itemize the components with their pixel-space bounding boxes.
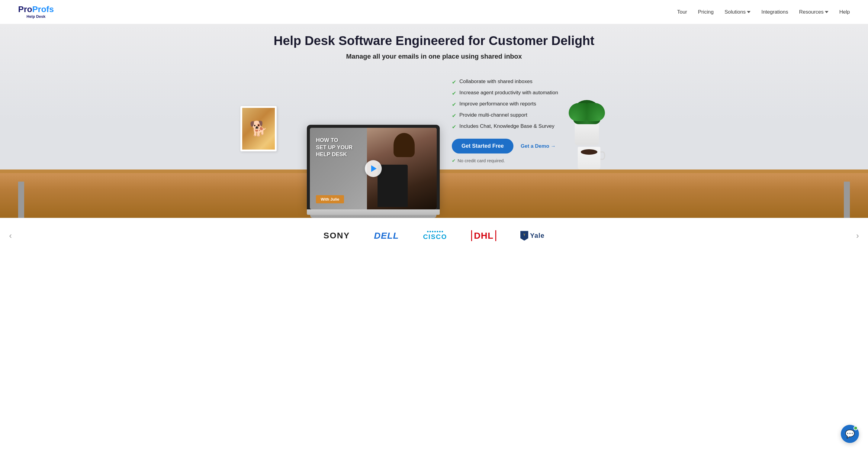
yale-shield-letter: Y [523, 233, 526, 237]
cisco-dot [434, 231, 436, 232]
feature-text: Improve performance with reports [459, 101, 536, 107]
laptop-screen: HOW TO SET UP YOUR HELP DESK With Julie [310, 128, 437, 209]
brand-dhl: DHL [471, 230, 496, 241]
feature-text: Collaborate with shared inboxes [459, 79, 532, 85]
laptop-foot [310, 215, 436, 218]
person-body [377, 165, 408, 207]
brand-dell: DELL [374, 231, 399, 241]
coffee-mug-wrap [578, 147, 600, 170]
cisco-dot [439, 231, 441, 232]
cta-row: Get Started Free Get a Demo → [452, 139, 558, 153]
check-icon: ✔ [452, 79, 456, 86]
cisco-dot [427, 231, 429, 232]
dog-photo: 🐕 [242, 108, 275, 150]
logo-profs: Profs [32, 4, 54, 14]
mug-coffee [581, 149, 597, 155]
cisco-dot [437, 231, 438, 232]
cisco-dot [430, 231, 431, 232]
laptop-screen-wrap: HOW TO SET UP YOUR HELP DESK With Julie [307, 125, 440, 209]
brand-cisco: CISCO [423, 231, 447, 241]
logo-subtitle: Help Desk [18, 14, 54, 19]
brand-sony: SONY [323, 231, 350, 241]
feature-item: ✔Increase agent productivity with automa… [452, 90, 558, 97]
plant-leaf-right [587, 103, 605, 121]
check-icon: ✔ [452, 124, 456, 130]
feature-item: ✔Provide multi-channel support [452, 112, 558, 119]
carousel-next-button[interactable]: › [853, 228, 862, 243]
feature-item: ✔Includes Chat, Knowledge Base & Survey [452, 123, 558, 130]
laptop: HOW TO SET UP YOUR HELP DESK With Julie [307, 125, 440, 218]
nav-help[interactable]: Help [839, 9, 850, 15]
hero-title: Help Desk Software Engineered for Custom… [6, 33, 862, 48]
play-button[interactable] [365, 160, 382, 177]
yale-shield: Y [520, 231, 528, 241]
nav-resources[interactable]: Resources [799, 9, 829, 15]
no-cc-text: No credit card required. [458, 158, 505, 163]
nav: Tour Pricing Solutions Integrations Reso… [677, 9, 850, 15]
cisco-dots [427, 231, 443, 232]
check-icon-nocc: ✔ [452, 158, 456, 163]
yale-text: Yale [530, 232, 545, 240]
nav-pricing[interactable]: Pricing [698, 9, 714, 15]
get-demo-link[interactable]: Get a Demo → [521, 143, 556, 149]
laptop-base [307, 209, 440, 215]
video-bg: HOW TO SET UP YOUR HELP DESK With Julie [310, 128, 437, 209]
feature-item: ✔Improve performance with reports [452, 101, 558, 108]
brand-yale: Y Yale [520, 231, 545, 241]
video-line3: HELP DESK [316, 151, 352, 158]
hero-text: Help Desk Software Engineered for Custom… [0, 33, 868, 60]
cisco-dot [441, 231, 443, 232]
video-title-box: HOW TO SET UP YOUR HELP DESK [316, 137, 352, 158]
hero-subtitle: Manage all your emails in one place usin… [6, 53, 862, 60]
logo[interactable]: ProProfs Help Desk [18, 5, 54, 19]
video-line2: SET UP YOUR [316, 144, 352, 151]
hero-content: 🐕 [223, 72, 645, 218]
desk-leg-right [844, 182, 850, 218]
hero-section: Help Desk Software Engineered for Custom… [0, 24, 868, 218]
logos-section: ‹ SONY DELL CISCO DHL Y Yale › [0, 218, 868, 253]
nav-integrations[interactable]: Integrations [762, 9, 788, 15]
video-with-badge: With Julie [316, 195, 344, 203]
plant-leaf-left [569, 103, 587, 121]
nav-solutions[interactable]: Solutions [724, 9, 750, 15]
dhl-text: DHL [471, 230, 496, 241]
feature-text: Includes Chat, Knowledge Base & Survey [459, 123, 555, 129]
cisco-dot [432, 231, 433, 232]
header: ProProfs Help Desk Tour Pricing Solution… [0, 0, 868, 24]
video-line1: HOW TO [316, 137, 352, 144]
nav-tour[interactable]: Tour [677, 9, 687, 15]
carousel-prev-button[interactable]: ‹ [6, 228, 15, 243]
dog-photo-frame: 🐕 [240, 106, 277, 151]
desk-leg-left [18, 182, 24, 218]
check-icon: ✔ [452, 101, 456, 108]
laptop-body: HOW TO SET UP YOUR HELP DESK With Julie [307, 125, 440, 218]
check-icon: ✔ [452, 112, 456, 119]
logo-pro: Pro [18, 4, 32, 14]
check-icon: ✔ [452, 90, 456, 97]
feature-item: ✔Collaborate with shared inboxes [452, 79, 558, 86]
no-credit-card-notice: ✔ No credit card required. [452, 158, 558, 163]
feature-text: Increase agent productivity with automat… [459, 90, 558, 96]
feature-list: ✔Collaborate with shared inboxes✔Increas… [452, 79, 558, 130]
mug-handle [600, 151, 605, 160]
feature-text: Provide multi-channel support [459, 112, 527, 118]
plant-leaves-wrap [570, 100, 603, 124]
plant [570, 100, 603, 147]
desk-decorations [570, 100, 603, 170]
get-started-button[interactable]: Get Started Free [452, 139, 514, 153]
plant-pot [575, 123, 599, 145]
person-hair [394, 133, 415, 157]
cisco-text: CISCO [423, 233, 447, 241]
features-cta: ✔Collaborate with shared inboxes✔Increas… [452, 72, 558, 163]
coffee-mug [578, 147, 600, 170]
